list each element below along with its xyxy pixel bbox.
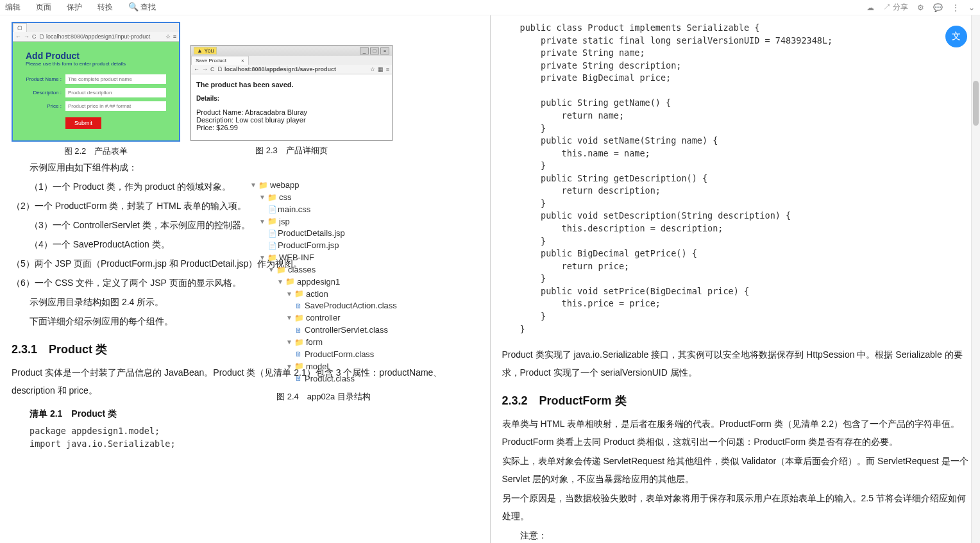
class-file-icon: 🗎 bbox=[295, 326, 303, 336]
folder-icon: 📁 bbox=[294, 361, 304, 372]
url-bar: 🗋 localhost:8080/appdesign1/input-produc… bbox=[39, 33, 163, 40]
win-max-icon: □ bbox=[370, 47, 379, 54]
comment-icon[interactable]: 💬 bbox=[933, 3, 943, 12]
body-text: 示例应用由如下组件构成： bbox=[12, 158, 478, 176]
file-icon: 📄 bbox=[268, 241, 276, 251]
gear-icon[interactable]: ⚙ bbox=[917, 3, 924, 12]
browser-tab: Save Product× bbox=[191, 56, 249, 65]
share-btn[interactable]: ↗ 分享 bbox=[883, 2, 908, 13]
code-listing-2-1: package appdesign1.model; import java.io… bbox=[30, 425, 478, 450]
chevron-down-icon: ▼ bbox=[286, 362, 292, 372]
body-text: （2）一个 ProductForm 类，封装了 HTML 表单的输入项。 bbox=[12, 197, 478, 215]
menu-icon: ≡ bbox=[386, 66, 389, 72]
chevron-down-icon: ▼ bbox=[250, 181, 257, 190]
menu-protect[interactable]: 保护 bbox=[67, 2, 82, 13]
body-text: （1）一个 Product 类，作为 product 的领域对象。 bbox=[12, 178, 478, 196]
folder-icon: 📁 bbox=[294, 313, 304, 324]
chevron-down-icon[interactable]: ⌄ bbox=[968, 3, 975, 12]
body-text: （5）两个 JSP 页面（ProductForm.jsp 和 ProductDe… bbox=[12, 255, 478, 272]
chevron-down-icon: ▼ bbox=[259, 193, 266, 203]
input-price bbox=[65, 101, 166, 111]
more-icon[interactable]: ⋮ bbox=[952, 3, 959, 12]
heading-2-3-1: 2.3.1 Product 类 bbox=[12, 342, 478, 357]
folder-icon: 📁 bbox=[294, 288, 304, 299]
code-product-class: public class Product implements Serializ… bbox=[520, 22, 969, 335]
folder-icon: 📁 bbox=[267, 253, 277, 263]
body-text: 表单类与 HTML 表单相映射，是后者在服务端的代表。ProductForm 类… bbox=[502, 415, 969, 451]
win-min-icon: _ bbox=[360, 47, 369, 54]
file-icon: 📄 bbox=[268, 229, 276, 239]
url-bar: 🗋 localhost:8080/appdesign1/save-product bbox=[217, 66, 368, 72]
label-name: Product Name : bbox=[26, 76, 62, 82]
app-toolbar: 编辑 页面 保护 转换 🔍 查找 ☁ ↗ 分享 ⚙ 💬 ⋮ ⌄ bbox=[0, 0, 980, 15]
body-text: （4）一个 SaveProductAction 类。 bbox=[12, 235, 478, 253]
body-text: 下面详细介绍示例应用的每个组件。 bbox=[12, 312, 478, 330]
detail-line: Price: $26.99 bbox=[196, 124, 387, 131]
body-text: （6）一个 CSS 文件，定义了两个 JSP 页面的显示风格。 bbox=[12, 274, 478, 292]
input-name bbox=[65, 74, 166, 84]
nav-reload-icon: C bbox=[32, 33, 37, 40]
caption-2-3: 图 2.3 产品详细页 bbox=[255, 145, 328, 156]
nav-fwd-icon: → bbox=[202, 66, 208, 72]
heading-2-3-2: 2.3.2 ProductForm 类 bbox=[502, 393, 969, 408]
page-left: ▢ ← → C 🗋 localhost:8080/appdesign1/inpu… bbox=[0, 15, 491, 543]
you-badge: ▲ You bbox=[194, 47, 217, 54]
star-icon: ☆ bbox=[370, 66, 375, 72]
menu-icon: ≡ bbox=[173, 33, 176, 40]
chevron-down-icon: ▼ bbox=[286, 290, 292, 299]
class-file-icon: 🗎 bbox=[295, 301, 303, 312]
search-icon: 🔍 bbox=[128, 2, 139, 12]
class-file-icon: 🗎 bbox=[295, 349, 303, 360]
win-close-icon: × bbox=[380, 47, 389, 54]
class-file-icon: 🗎 bbox=[295, 374, 303, 384]
form-title: Add Product bbox=[26, 51, 166, 61]
nav-reload-icon: C bbox=[210, 66, 215, 72]
folder-icon: 📁 bbox=[267, 192, 277, 203]
browser-tab: ▢ bbox=[13, 23, 27, 32]
folder-icon: 📁 bbox=[267, 216, 277, 227]
form-subtitle: Please use this form to enter product de… bbox=[26, 61, 166, 67]
file-icon: 📄 bbox=[268, 205, 276, 215]
cloud-icon[interactable]: ☁ bbox=[866, 3, 874, 12]
chevron-down-icon: ▼ bbox=[259, 217, 266, 227]
folder-icon: 📁 bbox=[276, 265, 286, 276]
folder-icon: 📁 bbox=[285, 276, 295, 287]
label-price: Price : bbox=[26, 103, 62, 109]
label-desc: Description : bbox=[26, 90, 62, 96]
folder-icon: 📁 bbox=[294, 337, 304, 348]
figure-2-3-browser: ▲ You _□× Save Product× ← → C 🗋 localhos… bbox=[190, 45, 393, 141]
chevron-down-icon: ▼ bbox=[268, 265, 275, 275]
document-content: ▢ ← → C 🗋 localhost:8080/appdesign1/inpu… bbox=[0, 15, 980, 543]
chevron-down-icon: ▼ bbox=[286, 338, 292, 347]
nav-back-icon: ← bbox=[15, 33, 21, 40]
caption-2-4: 图 2.4 app02a 目录结构 bbox=[250, 391, 397, 403]
body-text: 示例应用目录结构如图 2.4 所示。 bbox=[12, 293, 478, 311]
body-text: Product 实体是一个封装了产品信息的 JavaBean。Product 类… bbox=[12, 363, 478, 399]
body-text: 注意： bbox=[502, 526, 969, 543]
menu-edit[interactable]: 编辑 bbox=[5, 2, 21, 13]
page-right: public class Product implements Serializ… bbox=[491, 15, 981, 543]
body-text: Product 类实现了 java.io.Serializable 接口，其实例… bbox=[502, 346, 969, 381]
body-text: （3）一个 ControllerServlet 类，本示例应用的控制器。 bbox=[12, 216, 478, 234]
menu-page[interactable]: 页面 bbox=[36, 2, 51, 13]
folder-icon: 📁 bbox=[258, 180, 268, 191]
input-desc bbox=[65, 88, 166, 97]
ext-icon: ▦ bbox=[378, 66, 384, 72]
star-icon: ☆ bbox=[165, 33, 171, 40]
submit-button: Submit bbox=[65, 117, 101, 129]
scrollbar[interactable] bbox=[971, 15, 980, 543]
caption-2-2: 图 2.2 产品表单 bbox=[64, 146, 128, 157]
nav-back-icon: ← bbox=[194, 66, 199, 72]
nav-fwd-icon: → bbox=[24, 33, 30, 40]
detail-line: Product Name: Abracadabra Bluray bbox=[196, 108, 387, 116]
listing-title: 清单 2.1 Product 类 bbox=[12, 408, 478, 420]
details-label: Details: bbox=[196, 95, 387, 102]
scrollbar-thumb[interactable] bbox=[973, 81, 979, 126]
menu-convert[interactable]: 转换 bbox=[97, 2, 113, 13]
search-btn[interactable]: 🔍 查找 bbox=[128, 2, 156, 13]
figure-2-4-tree: ▼📁webapp ▼📁css 📄main.css ▼📁jsp 📄ProductD… bbox=[250, 180, 397, 385]
figure-2-2-browser: ▢ ← → C 🗋 localhost:8080/appdesign1/inpu… bbox=[12, 22, 180, 142]
detail-line: Description: Low cost bluray player bbox=[196, 116, 387, 124]
chevron-down-icon: ▼ bbox=[277, 278, 283, 287]
chevron-down-icon: ▼ bbox=[259, 253, 266, 263]
